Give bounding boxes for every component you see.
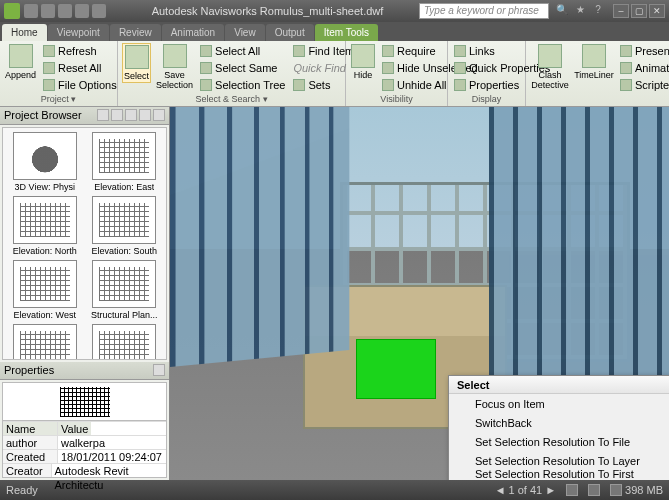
quickprops-icon — [454, 62, 466, 74]
select-same-button[interactable]: Select Same — [198, 60, 287, 76]
panel-list-icon[interactable] — [97, 109, 109, 121]
star-icon[interactable]: ★ — [573, 4, 587, 18]
presenter-icon — [620, 45, 632, 57]
close-button[interactable]: ✕ — [649, 4, 665, 18]
ctx-focus[interactable]: Focus on Item — [449, 394, 669, 413]
refresh-button[interactable]: Refresh — [41, 43, 119, 59]
select-icon — [125, 45, 149, 69]
thumb-elev-north[interactable]: Elevation: North — [7, 196, 83, 256]
timeliner-icon — [582, 44, 606, 68]
properties-title: Properties — [4, 364, 54, 377]
hide-icon — [351, 44, 375, 68]
col-value: Value — [58, 422, 91, 435]
save-selection-button[interactable]: Save Selection — [155, 43, 194, 91]
group-title-tools: Tools — [530, 94, 669, 104]
panel-opts-icon[interactable] — [139, 109, 151, 121]
sets-icon — [293, 79, 305, 91]
ctx-res-file[interactable]: Set Selection Resolution To File — [449, 432, 669, 451]
3d-viewport[interactable]: Select Focus on Item SwitchBack Set Sele… — [170, 107, 669, 480]
presenter-button[interactable]: Presenter — [618, 43, 669, 59]
ribbon-tabs: Home Viewpoint Review Animation View Out… — [0, 22, 669, 41]
quick-access-toolbar — [24, 4, 106, 18]
app-logo-icon[interactable] — [4, 3, 20, 19]
clash-icon — [538, 44, 562, 68]
tree-icon — [200, 79, 212, 91]
tab-home[interactable]: Home — [2, 24, 47, 41]
selection-tree-button[interactable]: Selection Tree — [198, 77, 287, 93]
fileopts-icon — [43, 79, 55, 91]
tab-item-tools[interactable]: Item Tools — [315, 24, 378, 41]
properties-grid: NameValue authorwalkerpa Created18/01/20… — [2, 382, 167, 478]
qat-redo-icon[interactable] — [75, 4, 89, 18]
help-icons: 🔍 ★ ? — [555, 4, 605, 18]
panel-grid-icon[interactable] — [111, 109, 123, 121]
status-memory: 398 MB — [610, 484, 663, 496]
clash-detective-button[interactable]: Clash Detective — [530, 43, 570, 91]
prop-row-author[interactable]: authorwalkerpa — [3, 435, 166, 449]
thumb-extra-2[interactable] — [87, 324, 163, 360]
qat-save-icon[interactable] — [41, 4, 55, 18]
tab-review[interactable]: Review — [110, 24, 161, 41]
thumbnail-grid: 3D View: Physi Elevation: East Elevation… — [2, 127, 167, 360]
scripter-button[interactable]: Scripter — [618, 77, 669, 93]
animator-icon — [620, 62, 632, 74]
infocentre-search-icon[interactable]: 🔍 — [555, 4, 569, 18]
status-ready: Ready — [6, 484, 38, 496]
status-disk-icon — [566, 484, 578, 496]
tab-view[interactable]: View — [225, 24, 265, 41]
find-icon — [293, 45, 305, 57]
property-preview — [3, 383, 166, 421]
window-title: Autodesk Navisworks Romulus_multi-sheet.… — [116, 5, 419, 17]
ctx-switchback[interactable]: SwitchBack — [449, 413, 669, 432]
qat-select-icon[interactable] — [92, 4, 106, 18]
properties-icon — [454, 79, 466, 91]
status-pencil-icon — [588, 484, 600, 496]
thumb-elev-west[interactable]: Elevation: West — [7, 260, 83, 320]
save-selection-icon — [163, 44, 187, 68]
select-same-icon — [200, 62, 212, 74]
tab-animation[interactable]: Animation — [162, 24, 224, 41]
prop-row-creator[interactable]: CreatorAutodesk Revit Architectu — [3, 463, 166, 477]
thumb-structural[interactable]: Structural Plan... — [87, 260, 163, 320]
prop-row-created[interactable]: Created18/01/2011 09:24:07 — [3, 449, 166, 463]
group-title-display: Display — [452, 94, 521, 104]
select-button[interactable]: Select — [122, 43, 151, 83]
project-browser-title: Project Browser — [4, 109, 82, 122]
scripter-icon — [620, 79, 632, 91]
tab-output[interactable]: Output — [266, 24, 314, 41]
require-icon — [382, 45, 394, 57]
context-menu: Select Focus on Item SwitchBack Set Sele… — [448, 375, 669, 480]
qat-undo-icon[interactable] — [58, 4, 72, 18]
panel-thumb-icon[interactable] — [125, 109, 137, 121]
append-button[interactable]: Append — [4, 43, 37, 81]
tab-viewpoint[interactable]: Viewpoint — [48, 24, 109, 41]
file-options-button[interactable]: File Options — [41, 77, 119, 93]
timeliner-button[interactable]: TimeLiner — [574, 43, 614, 81]
links-icon — [454, 45, 466, 57]
reset-icon — [43, 62, 55, 74]
group-title-project: Project ▾ — [4, 94, 113, 104]
thumb-elev-south[interactable]: Elevation: South — [87, 196, 163, 256]
thumb-extra-1[interactable] — [7, 324, 83, 360]
refresh-icon — [43, 45, 55, 57]
select-all-button[interactable]: Select All — [198, 43, 287, 59]
thumb-3dview[interactable]: 3D View: Physi — [7, 132, 83, 192]
prop-close-icon[interactable] — [153, 364, 165, 376]
minimize-button[interactable]: – — [613, 4, 629, 18]
qat-open-icon[interactable] — [24, 4, 38, 18]
help-icon[interactable]: ? — [591, 4, 605, 18]
ctx-header: Select — [449, 376, 669, 394]
search-input[interactable]: Type a keyword or phrase — [419, 3, 549, 19]
group-title-visibility: Visibility — [350, 94, 443, 104]
animator-button[interactable]: Animator — [618, 60, 669, 76]
panel-close-icon[interactable] — [153, 109, 165, 121]
ctx-res-first[interactable]: Set Selection Resolution To First Object — [449, 470, 669, 480]
col-name: Name — [3, 422, 58, 435]
thumb-elev-east[interactable]: Elevation: East — [87, 132, 163, 192]
group-title-select: Select & Search ▾ — [122, 94, 341, 104]
selected-item-highlight — [356, 339, 436, 399]
reset-all-button[interactable]: Reset All — [41, 60, 119, 76]
maximize-button[interactable]: ▢ — [631, 4, 647, 18]
hide-button[interactable]: Hide — [350, 43, 376, 81]
sheet-nav[interactable]: ◄1 of 41► — [495, 484, 556, 496]
